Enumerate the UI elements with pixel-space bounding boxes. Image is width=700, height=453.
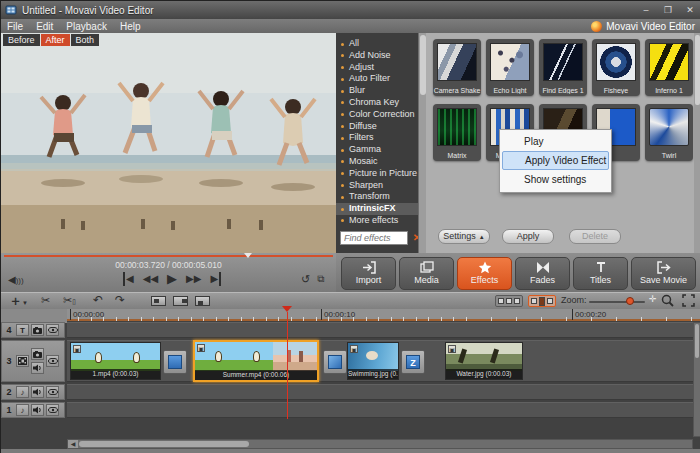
vscroll-thumb[interactable]: [695, 324, 699, 358]
rewind-icon[interactable]: ◀◀: [143, 272, 158, 286]
transition-1[interactable]: [163, 350, 187, 374]
category-sharpen[interactable]: Sharpen: [336, 180, 418, 192]
skip-end-icon[interactable]: ▶: [210, 272, 221, 286]
category-gamma[interactable]: Gamma: [336, 144, 418, 156]
track-row-titles[interactable]: [67, 322, 693, 338]
eye-icon[interactable]: [46, 404, 59, 416]
fast-forward-icon[interactable]: ▶▶: [186, 272, 201, 286]
hscroll-thumb[interactable]: [79, 441, 249, 447]
category-blur[interactable]: Blur: [336, 85, 418, 97]
close-icon[interactable]: ✕: [683, 5, 697, 15]
volume-icon[interactable]: ◀))): [8, 274, 24, 285]
effect-thumb-inferno[interactable]: Inferno 1: [645, 39, 693, 96]
title-track-icon[interactable]: T: [16, 324, 29, 336]
apply-button[interactable]: Apply: [502, 229, 554, 244]
eye-icon[interactable]: [46, 324, 59, 336]
redo-icon[interactable]: ↷: [115, 293, 125, 308]
tab-after[interactable]: After: [41, 34, 70, 46]
menu-file[interactable]: File: [7, 21, 23, 32]
context-menu-show-settings[interactable]: Show settings: [502, 170, 609, 189]
menu-playback[interactable]: Playback: [66, 21, 107, 32]
clip-summer-mp4[interactable]: ▣ Summer.mp4 (0:00.06): [193, 340, 319, 382]
track-row-audio[interactable]: [67, 402, 693, 418]
category-all[interactable]: All: [336, 38, 418, 50]
title-bar[interactable]: Untitled - Movavi Video Editor – ❐ ✕: [1, 1, 700, 19]
zoom-plus-icon[interactable]: ✛: [649, 294, 657, 304]
category-diffuse[interactable]: Diffuse: [336, 121, 418, 133]
context-menu-play[interactable]: Play: [502, 132, 609, 151]
import-button[interactable]: Import: [341, 257, 396, 290]
speaker-icon[interactable]: [31, 362, 44, 374]
clip-swimming-jpg[interactable]: ▣ Swimming.jpg (0...: [347, 342, 399, 380]
loop-icon[interactable]: ↺: [301, 273, 310, 286]
titles-button[interactable]: Titles: [573, 257, 628, 290]
play-icon[interactable]: ▶: [167, 272, 177, 286]
undo-icon[interactable]: ↶: [93, 293, 103, 308]
category-mosaic[interactable]: Mosaic: [336, 156, 418, 168]
menu-help[interactable]: Help: [120, 21, 141, 32]
timeline-hscrollbar[interactable]: ◀: [67, 439, 693, 449]
effect-thumb-echo-light[interactable]: Echo Light: [486, 39, 534, 96]
skip-start-icon[interactable]: ◀: [123, 272, 134, 286]
category-scrollbar[interactable]: [418, 33, 426, 253]
eye-icon[interactable]: [46, 386, 59, 398]
scroll-left-icon[interactable]: ◀: [68, 440, 78, 448]
frame-view-icon[interactable]: ⧉: [317, 273, 324, 286]
category-filters[interactable]: Filters: [336, 132, 418, 144]
split-icon[interactable]: ✂▯: [63, 293, 76, 309]
music-note-icon[interactable]: ♪: [16, 386, 29, 398]
storyboard-view-button[interactable]: [495, 295, 523, 307]
clip-water-jpg[interactable]: ▣ Water.jpg (0:00.03): [445, 342, 523, 380]
category-auto-filter[interactable]: Auto Filter: [336, 73, 418, 85]
search-input[interactable]: [340, 231, 408, 245]
zoom-slider-track[interactable]: [589, 301, 645, 303]
tab-before[interactable]: Before: [3, 34, 40, 46]
film-icon[interactable]: [16, 355, 29, 367]
effect-thumb-twirl[interactable]: Twirl: [645, 104, 693, 161]
speaker-icon[interactable]: [31, 404, 44, 416]
category-adjust[interactable]: Adjust: [336, 62, 418, 74]
eye-icon[interactable]: [46, 355, 59, 367]
music-note-icon[interactable]: ♪: [16, 404, 29, 416]
menu-edit[interactable]: Edit: [36, 21, 53, 32]
minimize-icon[interactable]: –: [639, 5, 653, 15]
fullscreen-timeline-icon[interactable]: [682, 294, 695, 307]
camera-icon[interactable]: [31, 348, 44, 360]
seek-handle[interactable]: [244, 253, 252, 258]
effect-thumb-find-edges[interactable]: Find Edges 1: [539, 39, 587, 96]
seek-bar[interactable]: [4, 255, 333, 257]
context-menu-apply-video-effect[interactable]: Apply Video Effect: [502, 151, 609, 170]
category-chroma-key[interactable]: Chroma Key: [336, 97, 418, 109]
cut-icon[interactable]: ✂: [41, 293, 50, 308]
track-row-audio-linked[interactable]: [67, 384, 693, 400]
category-picture-in-picture[interactable]: Picture in Picture: [336, 168, 418, 180]
timeline-vscrollbar[interactable]: [693, 322, 700, 437]
transition-z[interactable]: Z: [401, 350, 425, 374]
category-color-correction[interactable]: Color Correction: [336, 109, 418, 121]
speaker-icon[interactable]: [31, 386, 44, 398]
media-button[interactable]: Media: [399, 257, 454, 290]
category-add-noise[interactable]: Add Noise: [336, 50, 418, 62]
effect-thumb-camera-shake[interactable]: Camera Shake: [433, 39, 481, 96]
preview-area[interactable]: [1, 33, 336, 253]
timeline-view-button[interactable]: [528, 295, 556, 307]
category-more-effects[interactable]: More effects: [336, 215, 418, 227]
transition-2[interactable]: [323, 350, 347, 374]
category-transform[interactable]: Transform: [336, 191, 418, 203]
category-intrinsicfx[interactable]: IntrinsicFX: [336, 203, 418, 215]
magnifier-icon[interactable]: [661, 294, 674, 307]
maximize-icon[interactable]: ❐: [661, 5, 675, 15]
track-tool-2-icon[interactable]: [173, 296, 188, 306]
clip-1mp4[interactable]: ▣ 1.mp4 (0:00.03): [70, 342, 161, 380]
effect-thumb-fisheye[interactable]: Fisheye: [592, 39, 640, 96]
track-tool-1-icon[interactable]: [151, 296, 166, 306]
camera-icon[interactable]: [31, 324, 44, 336]
save-movie-button[interactable]: Save Movie: [631, 257, 696, 290]
playhead-line[interactable]: [287, 312, 288, 419]
effect-thumb-matrix[interactable]: Matrix: [433, 104, 481, 161]
zoom-slider-handle[interactable]: [626, 297, 634, 305]
track-tool-3-icon[interactable]: [195, 296, 210, 306]
effects-button[interactable]: Effects: [457, 257, 512, 290]
effects-grid-scrollbar[interactable]: [694, 33, 700, 253]
fades-button[interactable]: Fades: [515, 257, 570, 290]
